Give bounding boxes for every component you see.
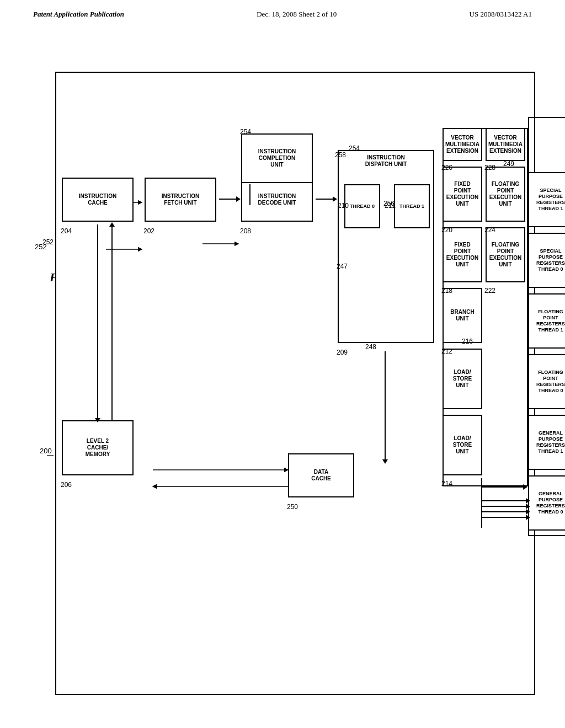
ref-249: 249 xyxy=(503,160,514,168)
ref-210: 210 xyxy=(338,202,349,210)
ref-200-line xyxy=(47,455,54,456)
ref-256: 256 xyxy=(383,200,395,207)
thread0-dispatch-box: THREAD 0 xyxy=(344,184,380,228)
instruction-decode-box: INSTRUCTIONDECODE UNIT xyxy=(241,178,313,222)
vme-1-box: VECTORMULTIMEDIAEXTENSION xyxy=(443,128,482,161)
completion-unit-box: INSTRUCTIONCOMPLETIONUNIT xyxy=(241,133,313,183)
ref-200: 200 xyxy=(40,447,52,455)
a4 xyxy=(481,511,528,512)
ref-218: 218 xyxy=(441,287,452,295)
fixed-point-1-box: FIXEDPOINTEXECUTIONUNIT xyxy=(443,227,482,282)
dispatch-to-exec-line xyxy=(385,351,386,462)
arrow-completion-decode xyxy=(249,184,250,205)
branch-unit-box: BRANCHUNIT xyxy=(443,288,482,343)
spr-thread1-box: SPECIALPURPOSEREGISTERSTHREAD 1 xyxy=(528,172,565,227)
ref-252-outer: 252 xyxy=(35,243,47,251)
fpr-thread0-box: FLOATINGPOINTREGISTERSTHREAD 0 xyxy=(528,354,565,409)
dispatch-label: INSTRUCTIONDISPATCH UNIT xyxy=(339,151,433,169)
load-store-1-box: LOAD/STOREUNIT xyxy=(443,415,482,475)
ref-258: 258 xyxy=(335,151,346,159)
fp-exec-2-box: FLOATINGPOINTEXECUTIONUNIT xyxy=(486,167,525,222)
data-cache-box: DATACACHE xyxy=(288,453,354,497)
ref-209: 209 xyxy=(337,349,348,356)
header-date-sheet: Dec. 18, 2008 Sheet 2 of 10 xyxy=(257,10,337,19)
fixed-point-2-box: FIXEDPOINTEXECUTIONUNIT xyxy=(443,167,482,222)
arrow-to-gpr0 xyxy=(481,486,525,488)
a2 xyxy=(481,500,528,501)
instruction-fetch-box: INSTRUCTIONFETCH UNIT xyxy=(145,178,216,222)
arrow-cache-L2-vert xyxy=(97,224,98,420)
ref-247: 247 xyxy=(337,263,348,270)
header-publication-label: Patent Application Publication xyxy=(33,10,124,19)
gpr-thread0-box: GENERALPURPOSEREGISTERSTHREAD 0 xyxy=(528,475,565,531)
main-diagram-border: INSTRUCTIONCACHE 204 INSTRUCTIONFETCH UN… xyxy=(55,72,535,695)
page: Patent Application Publication Dec. 18, … xyxy=(0,0,565,728)
ref-248: 248 xyxy=(365,343,376,351)
ref-208: 208 xyxy=(240,227,251,235)
ref-228: 228 xyxy=(484,164,495,172)
arrow-decode-dispatch xyxy=(316,199,335,200)
ref-224: 224 xyxy=(484,226,495,234)
ref-220: 220 xyxy=(441,226,452,234)
header-patent-number: US 2008/0313422 A1 xyxy=(470,10,532,19)
fp-exec-1-box: FLOATINGPOINTEXECUTIONUNIT xyxy=(486,227,525,282)
header: Patent Application Publication Dec. 18, … xyxy=(0,0,565,23)
instruction-cache-box: INSTRUCTIONCACHE xyxy=(62,178,134,222)
ref-254: 254 xyxy=(240,128,251,136)
arrow-L2-fetch-vert xyxy=(111,224,113,420)
load-store-2-box: LOAD/STOREUNIT xyxy=(443,349,482,409)
a5 xyxy=(481,517,528,518)
level2-cache-box: LEVEL 2CACHE/MEMORY xyxy=(62,420,134,475)
a3 xyxy=(481,506,528,507)
ref-212: 212 xyxy=(441,347,452,355)
dispatch-outer: INSTRUCTIONDISPATCH UNIT THREAD 0 THREAD… xyxy=(338,150,434,343)
ref-222: 222 xyxy=(484,287,495,295)
thread1-dispatch-box: THREAD 1 xyxy=(394,184,430,228)
ref-206: 206 xyxy=(61,481,72,489)
vme-2-box: VECTORMULTIMEDIAEXTENSION xyxy=(486,128,525,161)
ref-202: 202 xyxy=(143,227,154,235)
ref-250: 250 xyxy=(287,503,298,511)
gpr-thread1-box: GENERALPURPOSEREGISTERSTHREAD 1 xyxy=(528,415,565,470)
ref-226: 226 xyxy=(441,164,452,172)
ref-214: 214 xyxy=(441,480,452,488)
ref-204: 204 xyxy=(61,227,72,235)
arrow-fetch-decode xyxy=(219,199,238,200)
fpr-thread1-box: FLOATINGPOINTREGISTERSTHREAD 1 xyxy=(528,293,565,349)
a1 xyxy=(481,478,482,528)
ref-216: 216 xyxy=(462,338,473,345)
spr-thread0-box: SPECIALPURPOSEREGISTERSTHREAD 0 xyxy=(528,233,565,288)
ref-254-label: 254 xyxy=(349,144,360,152)
